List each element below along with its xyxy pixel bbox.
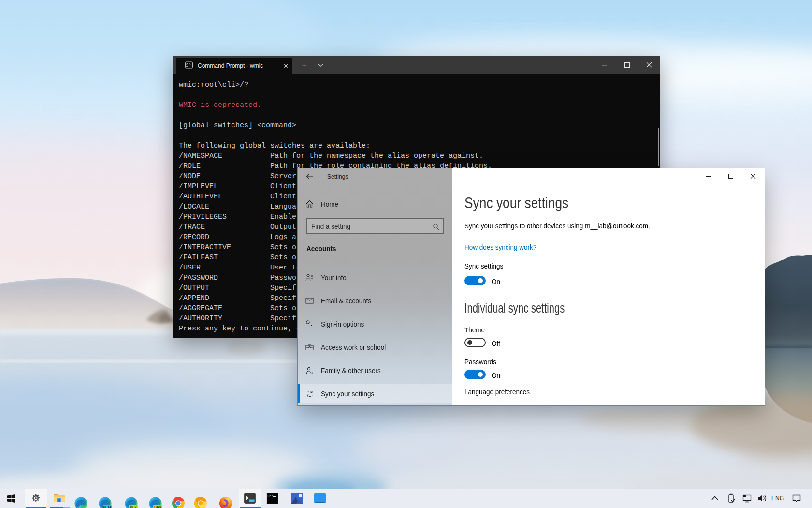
svg-text:BETA: BETA xyxy=(103,505,112,508)
svg-text:CAN: CAN xyxy=(154,505,161,508)
svg-text:DEV: DEV xyxy=(130,505,137,508)
svg-text:C:\: C:\ xyxy=(186,63,191,66)
